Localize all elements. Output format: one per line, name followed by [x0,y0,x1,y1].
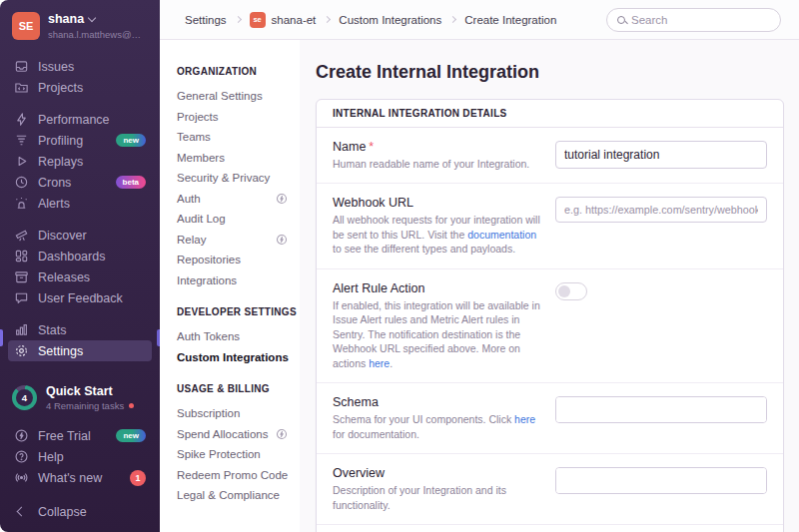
profiling-icon [14,133,29,148]
field-help: All webhook requests for your integratio… [333,213,541,256]
settings-nav-item-spike-protection[interactable]: Spike Protection [177,444,300,465]
sidebar-item-free-trial[interactable]: Free Trial new [8,425,152,446]
sidebar-item-crons[interactable]: Crons beta [8,172,152,193]
chevron-right-icon [449,16,456,23]
user-menu[interactable]: SE shana shana.l.matthews@… [8,12,152,40]
breadcrumb-create-integration: Create Integration [464,14,556,26]
sidebar-item-replays[interactable]: Replays [8,151,152,172]
settings-nav-item-integrations[interactable]: Integrations [177,270,300,291]
sidebar-collapse-button[interactable]: Collapse [8,501,152,522]
telescope-icon [14,228,29,243]
settings-nav-item-members[interactable]: Members [177,148,300,169]
sidebar-item-alerts[interactable]: Alerts [8,193,152,214]
schema-textarea[interactable] [555,396,767,423]
quick-start-label: Quick Start [46,384,134,398]
whats-new-count-badge: 1 [130,470,146,486]
search-box[interactable] [606,8,781,32]
sidebar-item-discover[interactable]: Discover [8,225,152,246]
lightning-icon [14,112,29,127]
field-help: If enabled, this integration will be ava… [333,298,541,370]
settings-nav-item-repositories[interactable]: Repositories [177,250,300,270]
name-input[interactable] [555,141,767,169]
notification-dot [129,403,134,408]
breadcrumb-organization[interactable]: se shana-et [250,12,317,28]
settings-nav-item-auth[interactable]: Auth [177,189,300,210]
main-content: Create Internal Integration INTERNAL INT… [300,40,799,532]
sidebar-item-user-feedback[interactable]: User Feedback [8,287,152,308]
settings-nav-item-teams[interactable]: Teams [177,127,300,148]
speech-bubble-icon [14,290,29,305]
sidebar-item-performance[interactable]: Performance [8,109,152,130]
actions-here-link[interactable]: here [369,357,390,369]
settings-nav-item-redeem-promo-code[interactable]: Redeem Promo Code [177,465,300,486]
sidebar-item-releases[interactable]: Releases [8,266,152,287]
breadcrumb-custom-integrations[interactable]: Custom Integrations [339,14,441,26]
webhook-url-input[interactable] [555,197,767,223]
schema-here-link[interactable]: here [514,413,535,425]
settings-nav-item-projects[interactable]: Projects [177,107,300,128]
search-input[interactable] [631,14,770,26]
user-name: shana [48,12,84,26]
overview-textarea[interactable] [555,467,767,494]
quick-start-subtext: 4 Remaining tasks [46,400,124,411]
form-field-authorized-js-origins: Authorized JavaScript Origins Separate m… [317,525,783,532]
field-label: Webhook URL [333,196,541,210]
settings-nav-item-subscription[interactable]: Subscription [177,403,300,424]
clock-icon [14,175,29,190]
alert-rule-action-toggle[interactable] [555,282,587,300]
settings-nav-item-custom-integrations[interactable]: Custom Integrations [177,347,300,368]
breadcrumb: Settings se shana-et Custom Integrations… [185,12,556,28]
settings-nav-item-general-settings[interactable]: General Settings [177,86,300,107]
form-field-webhook-url: Webhook URL All webhook requests for you… [317,184,783,268]
panel-header: INTERNAL INTEGRATION DETAILS [317,100,783,128]
sidebar-item-projects[interactable]: Projects [8,77,152,98]
sidebar-item-profiling[interactable]: Profiling new [8,130,152,151]
settings-nav-item-audit-log[interactable]: Audit Log [177,209,300,230]
chevron-left-icon [14,504,29,519]
main-region: Settings se shana-et Custom Integrations… [160,0,799,532]
form-field-name: Name* Human readable name of your Integr… [317,128,783,184]
page-title: Create Internal Integration [316,62,784,83]
bar-chart-icon [14,322,29,337]
documentation-link[interactable]: documentation [467,229,536,241]
settings-nav-item-security-privacy[interactable]: Security & Privacy [177,168,300,189]
field-help: Schema for your UI components. Click her… [333,412,541,441]
sidebar-item-dashboards[interactable]: Dashboards [8,246,152,266]
nav-heading-usage-billing: USAGE & BILLING [177,383,300,394]
breadcrumb-settings[interactable]: Settings [185,14,227,26]
settings-nav-item-auth-tokens[interactable]: Auth Tokens [177,326,300,347]
sidebar-item-stats[interactable]: Stats [8,319,152,340]
new-badge: new [116,429,146,442]
projects-icon [14,80,29,95]
chevron-down-icon [88,13,96,21]
settings-nav-item-spend-allocations[interactable]: Spend Allocations [177,424,300,445]
sidebar-item-settings[interactable]: Settings [8,340,152,361]
chevron-right-icon [324,16,331,23]
field-help: Human readable name of your Integration. [333,157,541,171]
internal-integration-details-panel: INTERNAL INTEGRATION DETAILS Name* Human… [316,99,784,532]
nav-heading-organization: ORGANIZATION [177,66,300,77]
sidebar-item-help[interactable]: Help [8,446,152,467]
field-label: Schema [333,395,541,409]
sidebar-item-issues[interactable]: Issues [8,56,152,77]
gear-icon [14,343,29,358]
sidebar-item-whats-new[interactable]: What's new 1 [8,467,152,488]
archive-box-icon [14,269,29,284]
main-sidebar: SE shana shana.l.matthews@… Issues Proje… [0,0,160,532]
grid-icon [14,249,29,264]
circled-bolt-icon [14,428,29,443]
settings-nav-item-relay[interactable]: Relay [177,230,300,251]
form-field-alert-rule-action: Alert Rule Action If enabled, this integ… [317,269,783,383]
org-avatar: se [250,12,266,28]
power-feature-icon [276,193,288,205]
field-label: Overview [333,466,541,480]
beta-badge: beta [116,176,146,189]
settings-nav: ORGANIZATION General Settings Projects T… [160,40,300,532]
field-label: Alert Rule Action [333,281,541,295]
nav-heading-developer-settings: DEVELOPER SETTINGS [177,306,300,317]
toggle-knob [558,285,570,297]
settings-nav-item-legal-compliance[interactable]: Legal & Compliance [177,485,300,506]
top-header: Settings se shana-et Custom Integrations… [160,0,799,40]
active-page-indicator-right [157,329,160,346]
quick-start[interactable]: 4 Quick Start 4 Remaining tasks [8,384,152,411]
